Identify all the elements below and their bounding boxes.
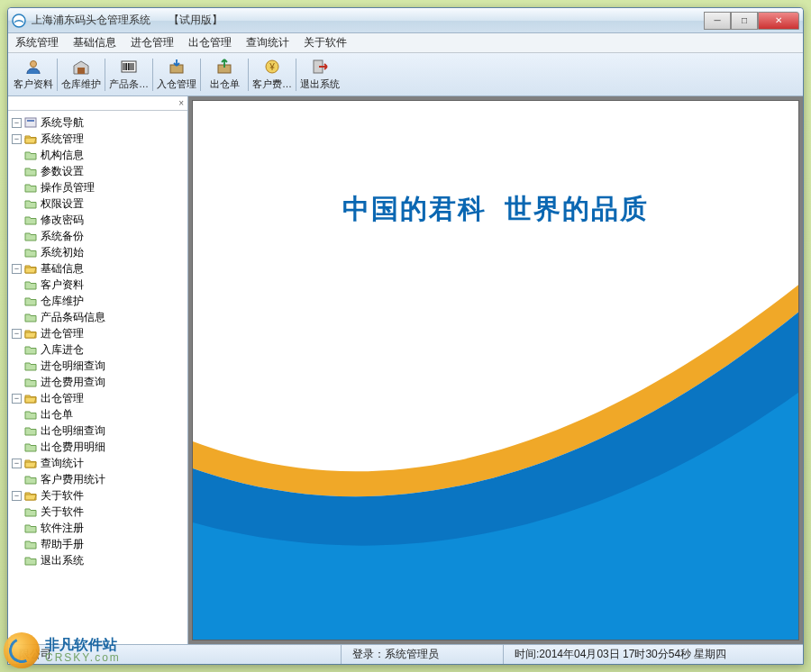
tree-label: 出仓管理: [41, 391, 84, 406]
folder-icon: [24, 506, 37, 517]
toolbar-label: 出仓单: [210, 77, 240, 91]
tree-label: 关于软件: [41, 488, 84, 504]
folder-icon: [24, 344, 37, 355]
tree-group[interactable]: −系统管理: [12, 131, 187, 147]
slogan: 中国的君科 世界的品质: [193, 191, 798, 228]
tree-label: 客户费用统计: [41, 472, 105, 487]
tree-item[interactable]: 入库进仓: [12, 341, 187, 358]
toolbar-label: 客户资料: [14, 77, 53, 91]
app-title: 上海浦东码头仓管理系统: [32, 13, 150, 28]
tree-label: 出仓单: [41, 407, 73, 422]
tree-item[interactable]: 进仓明细查询: [12, 358, 187, 374]
toolbar-label: 产品条…: [109, 77, 149, 91]
tree-label: 关于软件: [41, 504, 84, 520]
tree-group[interactable]: −进仓管理: [12, 325, 187, 341]
maximize-button[interactable]: □: [731, 12, 758, 30]
folder-icon: [24, 166, 37, 177]
tree-label: 系统备份: [41, 229, 84, 244]
tree-item[interactable]: 系统初始: [12, 244, 187, 260]
nav-tree: −系统导航−系统管理机构信息参数设置操作员管理权限设置修改密码系统备份系统初始−…: [8, 111, 187, 644]
tree-label: 基础信息: [41, 261, 84, 277]
tree-item[interactable]: 客户资料: [12, 277, 187, 293]
folder-icon: [24, 182, 37, 193]
tree-item[interactable]: 进仓费用查询: [12, 374, 187, 390]
watermark-text: 非凡软件站 CRSKY.com: [45, 638, 121, 663]
toolbar-barcode-button[interactable]: 产品条…: [107, 55, 150, 95]
window-controls: ─ □ ✕: [704, 12, 799, 30]
toolbar-outbound-button[interactable]: 出仓单: [203, 55, 246, 95]
tree-group[interactable]: −关于软件: [12, 487, 187, 504]
tree-label: 进仓明细查询: [41, 359, 105, 374]
collapse-icon[interactable]: −: [12, 134, 22, 144]
tree-item[interactable]: 系统备份: [12, 228, 187, 244]
collapse-icon[interactable]: −: [12, 491, 22, 501]
tree-item[interactable]: 软件注册: [12, 520, 187, 536]
tree-item[interactable]: 客户费用统计: [12, 471, 187, 487]
folder-icon: [24, 279, 37, 290]
tree-group[interactable]: −查询统计: [12, 455, 187, 471]
watermark-sub: CRSKY.com: [45, 652, 121, 663]
tree-item[interactable]: 修改密码: [12, 212, 187, 228]
tree-root[interactable]: −系统导航: [12, 114, 187, 131]
menu-item-1[interactable]: 基础信息: [66, 33, 123, 52]
folder-open-icon: [24, 393, 37, 404]
menu-item-5[interactable]: 关于软件: [296, 33, 354, 52]
tree-label: 帮助手册: [41, 537, 84, 552]
folder-icon: [24, 198, 37, 209]
folder-open-icon: [24, 328, 37, 339]
collapse-icon[interactable]: −: [12, 459, 22, 468]
toolbar-customer-button[interactable]: 客户资料: [12, 55, 55, 95]
folder-icon: [24, 312, 37, 322]
status-login-label: 登录：: [352, 647, 385, 662]
menu-item-0[interactable]: 系统管理: [8, 33, 66, 52]
folder-icon: [24, 441, 37, 452]
folder-icon: [24, 360, 37, 371]
tree-label: 进仓管理: [41, 326, 84, 341]
menu-item-2[interactable]: 进仓管理: [123, 33, 181, 52]
tree-label: 客户资料: [41, 277, 84, 293]
tree-item[interactable]: 机构信息: [12, 147, 187, 163]
tree-label: 退出系统: [41, 553, 84, 568]
tree-item[interactable]: 出仓费用明细: [12, 439, 187, 455]
tree-item[interactable]: 参数设置: [12, 163, 187, 179]
tree-label: 修改密码: [41, 213, 84, 228]
toolbar-inbound-button[interactable]: 入仓管理: [155, 55, 198, 95]
tree-item[interactable]: 退出系统: [12, 552, 187, 568]
tree-label: 软件注册: [41, 521, 84, 536]
slogan-part1: 中国的君科: [342, 194, 487, 223]
tree-item[interactable]: 帮助手册: [12, 536, 187, 552]
collapse-icon[interactable]: −: [12, 394, 22, 404]
collapse-icon[interactable]: −: [12, 264, 22, 274]
toolbar-label: 客户费…: [252, 77, 292, 91]
tree-item[interactable]: 出仓单: [12, 406, 187, 422]
folder-icon: [24, 425, 37, 436]
toolbar-warehouse-button[interactable]: 仓库维护: [59, 55, 103, 95]
collapse-icon[interactable]: −: [12, 118, 22, 128]
tree-label: 进仓费用查询: [41, 375, 105, 390]
folder-open-icon: [24, 133, 37, 144]
toolbar-exit-button[interactable]: 退出系统: [298, 55, 342, 95]
tree-item[interactable]: 仓库维护: [12, 293, 187, 309]
svg-rect-4: [170, 65, 183, 73]
menu-item-3[interactable]: 出仓管理: [181, 33, 239, 52]
tree-item[interactable]: 操作员管理: [12, 179, 187, 195]
tree-group[interactable]: −基础信息: [12, 260, 187, 277]
tree-item[interactable]: 出仓明细查询: [12, 422, 187, 439]
menu-item-4[interactable]: 查询统计: [239, 33, 296, 52]
main-area: 中国的君科 世界的品质: [188, 96, 803, 644]
tree-group[interactable]: −出仓管理: [12, 390, 187, 406]
tree-item[interactable]: 权限设置: [12, 195, 187, 212]
tree-item[interactable]: 产品条码信息: [12, 309, 187, 325]
folder-open-icon: [24, 458, 37, 468]
toolbar-fee-button[interactable]: ¥客户费…: [251, 55, 294, 95]
minimize-button[interactable]: ─: [704, 12, 731, 30]
tree-label: 系统管理: [41, 132, 84, 147]
sidebar-close-button[interactable]: ×: [8, 96, 187, 111]
close-button[interactable]: ✕: [758, 12, 799, 30]
svg-rect-10: [27, 120, 34, 122]
exit-icon: [311, 58, 329, 76]
tree-item[interactable]: 关于软件: [12, 504, 187, 520]
folder-icon: [24, 247, 37, 258]
status-login-user: 系统管理员: [385, 647, 439, 662]
collapse-icon[interactable]: −: [12, 329, 22, 339]
